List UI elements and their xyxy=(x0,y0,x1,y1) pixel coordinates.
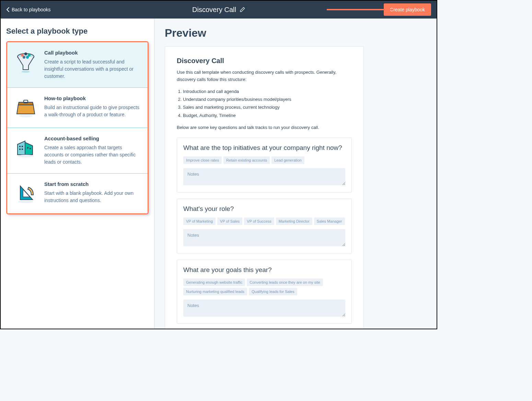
type-card-how-to[interactable]: How-to playbook Build an instructional g… xyxy=(7,88,148,128)
doc-intro: Use this call template when conducting d… xyxy=(177,69,352,83)
type-desc: Start with a blank playbook. Add your ow… xyxy=(44,190,141,204)
answer-chip[interactable]: Generating enough website traffic xyxy=(183,279,245,286)
answer-chip[interactable]: Qualifying leads for Sales xyxy=(249,288,297,295)
svg-point-8 xyxy=(22,71,30,73)
type-title: How-to playbook xyxy=(44,95,141,101)
ruler-triangle-icon xyxy=(13,181,38,206)
svg-point-10 xyxy=(19,115,33,117)
preview-heading: Preview xyxy=(165,27,426,39)
type-title: Start from scratch xyxy=(44,181,141,187)
answer-chip[interactable]: Marketing Director xyxy=(276,217,312,225)
doc-outro: Below are some key questions and talk tr… xyxy=(177,124,352,131)
svg-point-6 xyxy=(23,56,25,59)
chip-row: Improve close rates Retain existing acco… xyxy=(183,156,345,164)
answer-chip[interactable]: Sales Manager xyxy=(314,217,345,225)
svg-rect-11 xyxy=(19,146,21,147)
type-card-start-scratch[interactable]: Start from scratch Start with a blank pl… xyxy=(7,174,148,213)
answer-chip[interactable]: Improve close rates xyxy=(183,156,222,164)
preview-document: Discovery Call Use this call template wh… xyxy=(165,46,364,329)
step-item: Budget, Authority, Timeline xyxy=(183,111,352,119)
answer-chip[interactable]: Converting leads once they are on my sit… xyxy=(247,279,323,286)
funnel-icon xyxy=(13,50,38,74)
question-text: What are the top initiatives at your com… xyxy=(183,144,345,152)
create-playbook-button[interactable]: Create playbook xyxy=(384,3,431,16)
doc-steps: Introduction and call agenda Understand … xyxy=(183,87,352,120)
answer-chip[interactable]: Lead generation xyxy=(271,156,304,164)
type-card-account-based[interactable]: Account-based selling Create a sales app… xyxy=(7,128,148,174)
page-title[interactable]: Discovery Call xyxy=(192,6,245,14)
svg-rect-16 xyxy=(30,148,31,149)
sidebar: Select a playbook type Call playbook Cre… xyxy=(1,19,154,329)
type-title: Call playbook xyxy=(44,50,141,56)
answer-chip[interactable]: Nurturing marketing qualified leads xyxy=(183,288,247,295)
annotation-arrow xyxy=(327,6,392,13)
type-desc: Create a sales approach that targets acc… xyxy=(44,144,141,166)
briefcase-icon xyxy=(13,95,38,120)
chevron-left-icon xyxy=(6,7,10,12)
doc-title: Discovery Call xyxy=(177,57,352,65)
type-desc: Create a script to lead successful and i… xyxy=(44,58,141,80)
notes-input[interactable] xyxy=(183,168,345,185)
svg-rect-14 xyxy=(22,149,23,150)
chip-row: VP of Marketing VP of Sales VP of Succes… xyxy=(183,217,345,225)
svg-rect-12 xyxy=(22,146,23,147)
svg-point-18 xyxy=(18,200,33,203)
sidebar-heading: Select a playbook type xyxy=(6,27,149,36)
step-item: Understand company priorities/business m… xyxy=(183,95,352,103)
back-label: Back to playbooks xyxy=(12,7,51,12)
back-to-playbooks-link[interactable]: Back to playbooks xyxy=(6,7,51,12)
svg-point-4 xyxy=(24,52,27,55)
svg-rect-15 xyxy=(27,147,28,149)
playbook-type-list: Call playbook Create a script to lead su… xyxy=(6,41,149,214)
buildings-icon xyxy=(13,135,38,160)
type-desc: Build an instructional guide to give pro… xyxy=(44,104,141,118)
chip-row: Generating enough website traffic Conver… xyxy=(183,279,345,295)
answer-chip[interactable]: VP of Success xyxy=(244,217,274,225)
preview-pane: Preview Discovery Call Use this call tem… xyxy=(154,19,437,329)
step-item: Introduction and call agenda xyxy=(183,87,352,95)
question-card: What's your role? VP of Marketing VP of … xyxy=(177,199,352,253)
type-title: Account-based selling xyxy=(44,135,141,141)
edit-icon[interactable] xyxy=(240,7,245,12)
title-text: Discovery Call xyxy=(192,6,236,14)
main-content: Select a playbook type Call playbook Cre… xyxy=(1,19,437,329)
notes-input[interactable] xyxy=(183,229,345,246)
answer-chip[interactable]: VP of Marketing xyxy=(183,217,216,225)
svg-rect-13 xyxy=(19,149,21,150)
svg-point-17 xyxy=(18,155,34,157)
question-text: What's your role? xyxy=(183,205,345,213)
type-card-call-playbook[interactable]: Call playbook Create a script to lead su… xyxy=(7,42,148,88)
notes-input[interactable] xyxy=(183,299,345,317)
step-item: Sales and marketing process, current tec… xyxy=(183,103,352,111)
question-card: What are the top initiatives at your com… xyxy=(177,138,352,192)
svg-point-7 xyxy=(26,56,29,59)
answer-chip[interactable]: VP of Sales xyxy=(217,217,242,225)
question-text: What are your goals this year? xyxy=(183,266,345,274)
answer-chip[interactable]: Retain existing accounts xyxy=(223,156,270,164)
top-bar: Back to playbooks Discovery Call Create … xyxy=(1,1,437,19)
question-card: What are your goals this year? Generatin… xyxy=(177,260,352,324)
